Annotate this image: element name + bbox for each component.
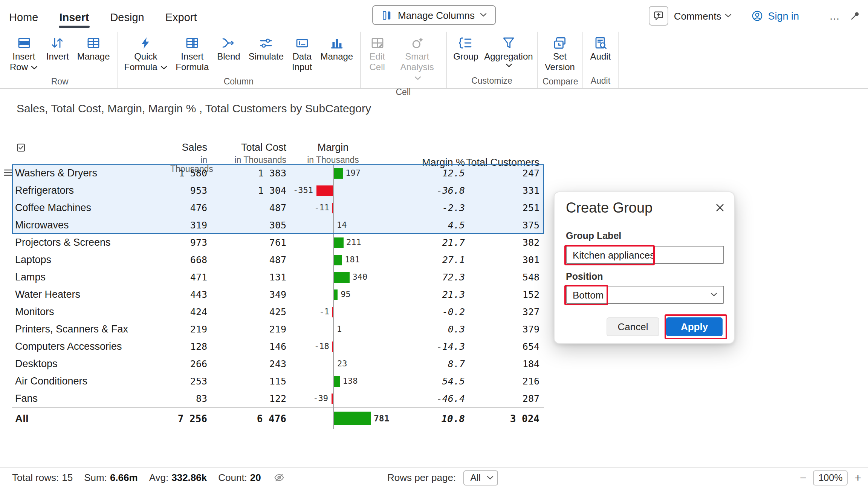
ribbon-item-aggregation[interactable]: Aggregation <box>483 33 534 70</box>
table-row-monitors[interactable]: Monitors 424 425 -1 -0.2 327 <box>12 303 544 320</box>
zoom-in-button[interactable]: + <box>854 471 861 484</box>
margin-value-label: 340 <box>353 268 368 286</box>
cell-margin-bar: 1 <box>286 320 429 338</box>
cell-total-cost: 219 <box>207 323 286 335</box>
margin-value-label: 781 <box>374 408 390 429</box>
chevron-down-icon <box>725 14 732 18</box>
table-row-laptops[interactable]: Laptops 668 487 181 27.1 301 <box>12 251 544 268</box>
table-row-desktops[interactable]: Desktops 266 243 23 8.7 184 <box>12 355 544 372</box>
cell-total-cost: 305 <box>207 219 286 231</box>
table-row-computers-accessories[interactable]: Computers Accessories 128 146 -18 -14.3 … <box>12 338 544 355</box>
row-label: Coffee Machines <box>12 202 170 213</box>
add-comment-button[interactable] <box>649 6 669 26</box>
menu-tab-insert[interactable]: Insert <box>58 2 90 30</box>
cell-total-customers: 301 <box>465 254 539 265</box>
zoom-out-button[interactable]: − <box>800 471 807 484</box>
ribbon-item-insert-row[interactable]: Insert Row <box>6 33 42 75</box>
ribbon-item-set-version[interactable]: Set Version <box>541 33 579 75</box>
cell-margin-pct: 72.3 <box>429 271 465 283</box>
table-row-projectors-screens[interactable]: Projectors & Screens 973 761 211 21.7 38… <box>12 234 544 251</box>
cell-margin-bar: 95 <box>286 286 429 303</box>
select-all-checkbox-icon[interactable] <box>16 142 170 153</box>
table-row-all[interactable]: All 7 256 6 476 781 10.8 3 024 <box>12 407 544 429</box>
sign-in-button[interactable]: Sign in <box>751 10 799 22</box>
pin-ribbon-button[interactable] <box>850 11 860 21</box>
cell-sales: 424 <box>170 306 207 317</box>
ribbon-group-cell: Edit Cell Smart Analysis Cell <box>361 32 446 88</box>
margin-bar <box>333 254 342 265</box>
row-label: Lamps <box>12 271 170 283</box>
rows-per-page: Rows per page: All <box>387 468 498 487</box>
dialog-close-button[interactable] <box>716 204 724 212</box>
margin-value-label: -351 <box>293 182 313 199</box>
row-drag-handle-icon[interactable] <box>4 169 13 176</box>
table-row-fans[interactable]: Fans 83 122 -39 -46.4 287 <box>12 390 544 407</box>
ribbon-group-label: Customize <box>449 75 534 88</box>
cell-margin-bar: 781 <box>286 408 429 429</box>
hidden-rows-eye-off-icon[interactable] <box>274 472 285 483</box>
row-label: Refrigerators <box>12 185 170 196</box>
apply-button[interactable]: Apply <box>666 317 723 336</box>
chevron-down-icon <box>485 63 533 68</box>
table-row-air-conditioners[interactable]: Air Conditioners 253 115 138 54.5 216 <box>12 372 544 390</box>
cell-total-customers: 327 <box>465 306 539 317</box>
ribbon-item-data-input[interactable]: Data Input <box>288 33 316 75</box>
app-window: Home Insert Design Export Manage Columns… <box>0 0 868 487</box>
cell-total-customers: 287 <box>465 393 539 404</box>
menu-tab-design[interactable]: Design <box>108 2 145 30</box>
ribbon-item-manage-rows[interactable]: Manage <box>73 33 114 65</box>
manage-columns-chart-icon <box>329 35 344 51</box>
ribbon-item-audit[interactable]: Audit <box>587 33 615 65</box>
ribbon-group-compare: Set Version Compare <box>538 32 584 88</box>
margin-value-label: -1 <box>319 303 330 320</box>
menu-tab-home[interactable]: Home <box>8 2 40 30</box>
rows-per-page-select[interactable]: All <box>463 470 498 485</box>
menu-bar-right: Comments Sign in … <box>649 6 860 26</box>
table-row-lamps[interactable]: Lamps 471 131 340 72.3 548 <box>12 268 544 286</box>
ribbon-item-quick-formula[interactable]: Quick Formula <box>121 33 171 75</box>
create-group-dialog: Create Group Group Label Position Bottom… <box>554 191 735 344</box>
ribbon-item-blend[interactable]: Blend <box>213 33 244 65</box>
cell-total-customers: 251 <box>465 202 539 213</box>
table-row-microwaves[interactable]: Microwaves 319 305 14 4.5 375 <box>12 216 544 234</box>
blend-icon <box>221 35 236 51</box>
cell-total-customers: 3 024 <box>465 413 539 424</box>
cell-total-customers: 184 <box>465 358 539 369</box>
manage-columns-button[interactable]: Manage Columns <box>372 5 496 25</box>
margin-bar <box>316 185 333 196</box>
stat-sum: Sum:6.66m <box>84 472 138 483</box>
ribbon-item-invert[interactable]: Invert <box>43 33 73 65</box>
cell-margin-bar: 138 <box>286 372 429 390</box>
ribbon-item-simulate[interactable]: Simulate <box>245 33 287 65</box>
menu-tab-export[interactable]: Export <box>164 2 199 30</box>
ribbon-group-label: Row <box>6 75 114 89</box>
ribbon-item-manage-columns[interactable]: Manage <box>316 33 357 65</box>
cell-margin-pct: 4.5 <box>429 219 465 231</box>
margin-value-label: -18 <box>314 338 329 355</box>
stat-count: Count:20 <box>218 472 261 483</box>
comments-button[interactable]: Comments <box>674 10 732 21</box>
margin-bar <box>333 168 342 178</box>
quick-formula-icon <box>138 35 153 51</box>
main-area: Sales, Total Cost, Margin, Margin % , To… <box>0 89 868 467</box>
ribbon-group-label: Compare <box>541 75 580 89</box>
ribbon-item-insert-formula[interactable]: Insert Formula <box>172 33 212 75</box>
ribbon-item-group[interactable]: Group <box>449 33 482 65</box>
chevron-down-icon <box>31 66 38 70</box>
table-row-coffee-machines[interactable]: Coffee Machines 476 487 -11 -2.3 251 <box>12 199 544 216</box>
cancel-button[interactable]: Cancel <box>607 317 659 336</box>
table-row-printers-scanners-fax[interactable]: Printers, Scanners & Fax 219 219 1 0.3 3… <box>12 320 544 338</box>
cell-sales: 7 256 <box>170 413 207 424</box>
position-select-value: Bottom <box>573 289 604 300</box>
group-label-input[interactable] <box>566 246 724 264</box>
zoom-level[interactable]: 100% <box>813 470 848 485</box>
overflow-menu-button[interactable]: … <box>829 10 841 22</box>
table-row-water-heaters[interactable]: Water Heaters 443 349 95 21.3 152 <box>12 286 544 303</box>
cell-total-cost: 487 <box>207 254 286 265</box>
position-select[interactable]: Bottom <box>566 286 724 304</box>
chevron-down-icon <box>487 475 494 480</box>
menu-bar: Home Insert Design Export Manage Columns… <box>0 0 868 32</box>
table-row-refrigerators[interactable]: Refrigerators 953 1 304 -351 -36.8 331 <box>12 182 544 199</box>
cell-sales: 128 <box>170 341 207 352</box>
cell-margin-bar: 197 <box>286 164 429 182</box>
